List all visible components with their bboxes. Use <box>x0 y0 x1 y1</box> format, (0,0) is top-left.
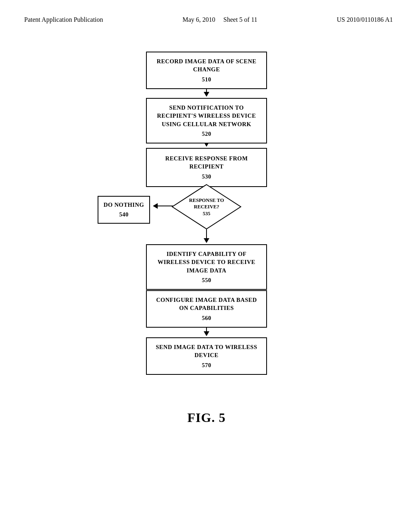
sheet-info: Sheet 5 of 11 <box>223 16 257 23</box>
box-540-num: 540 <box>102 210 146 218</box>
box-570-num: 570 <box>155 361 258 369</box>
header-right: US 2010/0110186 A1 <box>337 16 393 23</box>
publication-label: Patent Application Publication <box>24 16 103 23</box>
diamond-535-text: RESPONSE TO RECEIVE? <box>189 197 224 210</box>
box-570-text: SEND IMAGE DATA TO WIRELESS DEVICE <box>156 344 257 358</box>
publication-date: May 6, 2010 <box>182 16 215 23</box>
diamond-535-num: 535 <box>203 210 211 216</box>
box-510-num: 510 <box>155 75 258 83</box>
step-535: RESPONSE TO RECEIVE? 535 <box>170 183 243 231</box>
box-550: IDENTIFY CAPABILITY OF WIRELESS DEVICE T… <box>146 244 267 290</box>
step-540: DO NOTHING 540 <box>98 196 150 224</box>
box-560-text: CONFIGURE IMAGE DATA BASED ON CAPABILITI… <box>156 297 257 311</box>
figure-text: FIG. 5 <box>188 410 226 425</box>
box-520-num: 520 <box>155 130 258 138</box>
box-540-text: DO NOTHING <box>104 202 144 208</box>
step-510: RECORD IMAGE DATA OF SCENE CHANGE 510 <box>146 52 267 89</box>
step-550: IDENTIFY CAPABILITY OF WIRELESS DEVICE T… <box>146 244 267 290</box>
step-530: RECEIVE RESPONSE FROM RECIPIENT 530 <box>146 148 267 187</box>
box-550-num: 550 <box>155 276 258 284</box>
box-530: RECEIVE RESPONSE FROM RECIPIENT 530 <box>146 148 267 187</box>
page-header: Patent Application Publication May 6, 20… <box>0 0 413 23</box>
box-570: SEND IMAGE DATA TO WIRELESS DEVICE 570 <box>146 337 267 375</box>
header-center: May 6, 2010 Sheet 5 of 11 <box>182 16 257 23</box>
box-540: DO NOTHING 540 <box>98 196 150 224</box>
box-560: CONFIGURE IMAGE DATA BASED ON CAPABILITI… <box>146 290 267 328</box>
box-510: RECORD IMAGE DATA OF SCENE CHANGE 510 <box>146 52 267 89</box>
figure-label: FIG. 5 <box>0 410 413 425</box>
box-530-text: RECEIVE RESPONSE FROM RECIPIENT <box>165 155 248 170</box>
box-520: SEND NOTIFICATION TO RECIPIENT'S WIRELES… <box>146 98 267 143</box>
box-510-text: RECORD IMAGE DATA OF SCENE CHANGE <box>156 58 256 73</box>
header-left: Patent Application Publication <box>24 16 103 23</box>
box-560-num: 560 <box>155 314 258 322</box>
flowchart-wrapper: RECORD IMAGE DATA OF SCENE CHANGE 510 SE… <box>90 48 323 386</box>
step-570: SEND IMAGE DATA TO WIRELESS DEVICE 570 <box>146 337 267 375</box>
diagram-area: RECORD IMAGE DATA OF SCENE CHANGE 510 SE… <box>0 23 413 386</box>
step-520: SEND NOTIFICATION TO RECIPIENT'S WIRELES… <box>146 98 267 143</box>
box-520-text: SEND NOTIFICATION TO RECIPIENT'S WIRELES… <box>157 104 256 127</box>
step-560: CONFIGURE IMAGE DATA BASED ON CAPABILITI… <box>146 290 267 328</box>
box-530-num: 530 <box>155 172 258 181</box>
patent-number: US 2010/0110186 A1 <box>337 16 393 23</box>
box-550-text: IDENTIFY CAPABILITY OF WIRELESS DEVICE T… <box>158 251 256 274</box>
